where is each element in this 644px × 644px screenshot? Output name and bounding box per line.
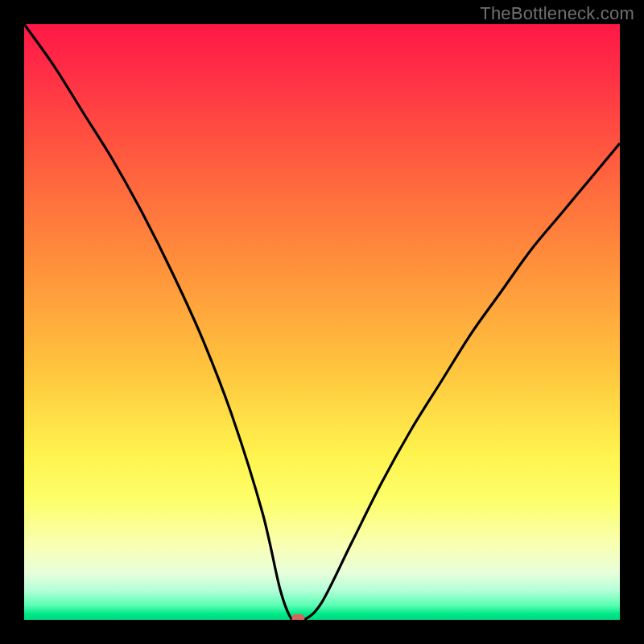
optimum-marker (291, 614, 304, 620)
plot-area (24, 24, 620, 620)
curve-path (24, 24, 620, 620)
bottleneck-curve (24, 24, 620, 620)
chart-frame: TheBottleneck.com (0, 0, 644, 644)
watermark-label: TheBottleneck.com (480, 3, 634, 24)
